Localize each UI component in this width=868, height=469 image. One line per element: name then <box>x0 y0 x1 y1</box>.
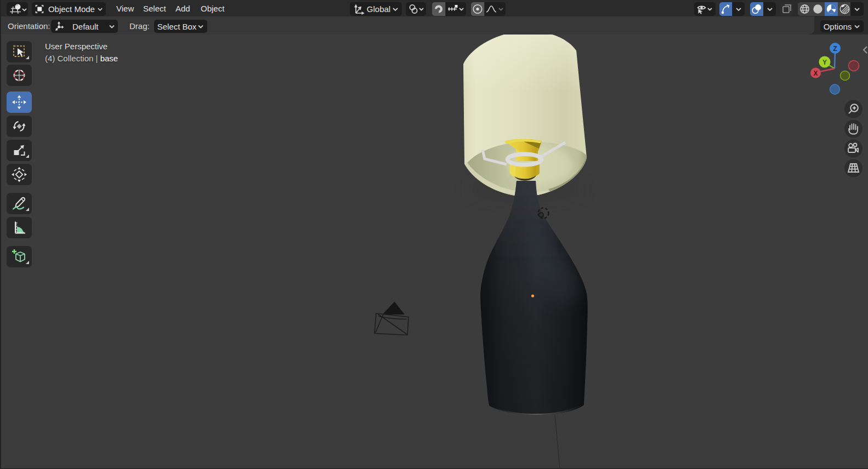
svg-text:Y: Y <box>822 59 827 66</box>
svg-text:Z: Z <box>833 45 837 53</box>
svg-text:X: X <box>813 70 818 77</box>
